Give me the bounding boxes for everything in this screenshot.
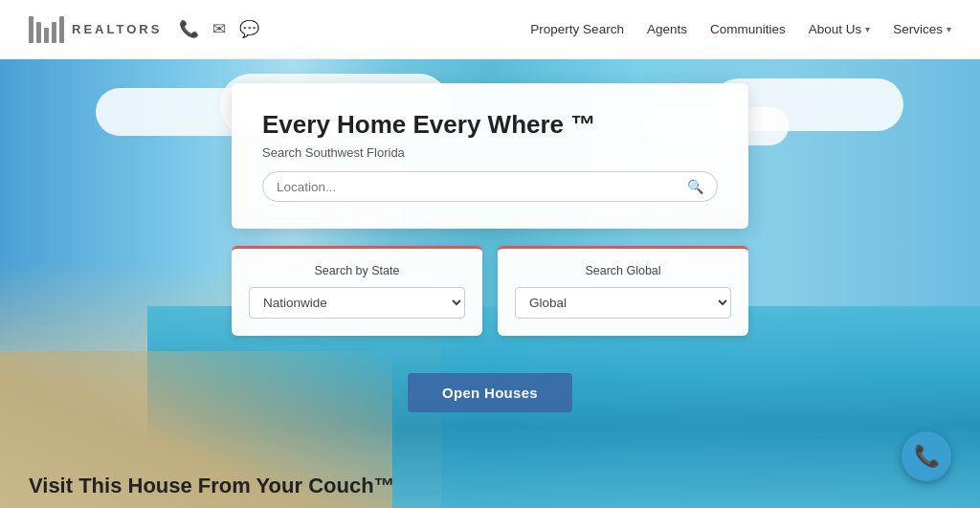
logo[interactable]: REALTORS	[29, 16, 162, 43]
bottom-heading: Visit This House From Your Couch™	[29, 474, 395, 498]
global-dropdown-select[interactable]: Global United States Canada Mexico Europ…	[515, 287, 731, 319]
state-dropdown-box: Search by State Nationwide Alabama Flori…	[232, 246, 482, 336]
global-dropdown-box: Search Global Global United States Canad…	[498, 246, 748, 336]
logo-text: REALTORS	[72, 22, 162, 36]
about-us-arrow: ▾	[865, 24, 870, 34]
global-dropdown-label: Search Global	[515, 264, 731, 277]
search-title: Every Home Every Where ™	[262, 110, 718, 140]
email-icon[interactable]: ✉	[212, 19, 226, 39]
logo-bar-4	[52, 22, 56, 43]
main-nav: Property Search Agents Communities About…	[530, 22, 951, 36]
nav-about-us[interactable]: About Us ▾	[809, 22, 871, 36]
nav-agents[interactable]: Agents	[647, 22, 687, 36]
nav-communities[interactable]: Communities	[710, 22, 786, 36]
chat-icon[interactable]: 💬	[239, 19, 259, 39]
phone-fab-button[interactable]: 📞	[902, 431, 951, 481]
logo-icon	[29, 16, 64, 43]
open-houses-wrap: Open Houses	[408, 373, 572, 412]
location-search-input[interactable]	[277, 180, 687, 194]
logo-bar-2	[36, 22, 41, 43]
search-box: Every Home Every Where ™ Search Southwes…	[232, 83, 748, 229]
search-submit-icon[interactable]: 🔍	[687, 179, 703, 194]
nav-services[interactable]: Services ▾	[893, 22, 951, 36]
logo-bar-3	[44, 28, 49, 43]
site-header: REALTORS 📞 ✉ 💬 Property Search Agents Co…	[0, 0, 980, 59]
logo-bar-1	[29, 16, 33, 43]
phone-icon[interactable]: 📞	[179, 19, 199, 39]
phone-fab-icon: 📞	[914, 444, 940, 469]
dropdowns-row: Search by State Nationwide Alabama Flori…	[232, 246, 748, 336]
nav-property-search[interactable]: Property Search	[530, 22, 624, 36]
logo-bar-5	[59, 16, 64, 43]
search-input-wrap: 🔍	[262, 171, 718, 202]
header-icons: 📞 ✉ 💬	[179, 19, 259, 39]
open-houses-button[interactable]: Open Houses	[408, 373, 572, 412]
hero-section: Every Home Every Where ™ Search Southwes…	[0, 59, 980, 508]
search-subtitle: Search Southwest Florida	[262, 145, 718, 160]
bottom-text: Visit This House From Your Couch™	[29, 474, 395, 498]
state-dropdown-select[interactable]: Nationwide Alabama Florida Georgia Texas	[249, 287, 465, 319]
services-arrow: ▾	[947, 24, 951, 34]
header-left: REALTORS 📞 ✉ 💬	[29, 16, 259, 43]
state-dropdown-label: Search by State	[249, 264, 465, 277]
